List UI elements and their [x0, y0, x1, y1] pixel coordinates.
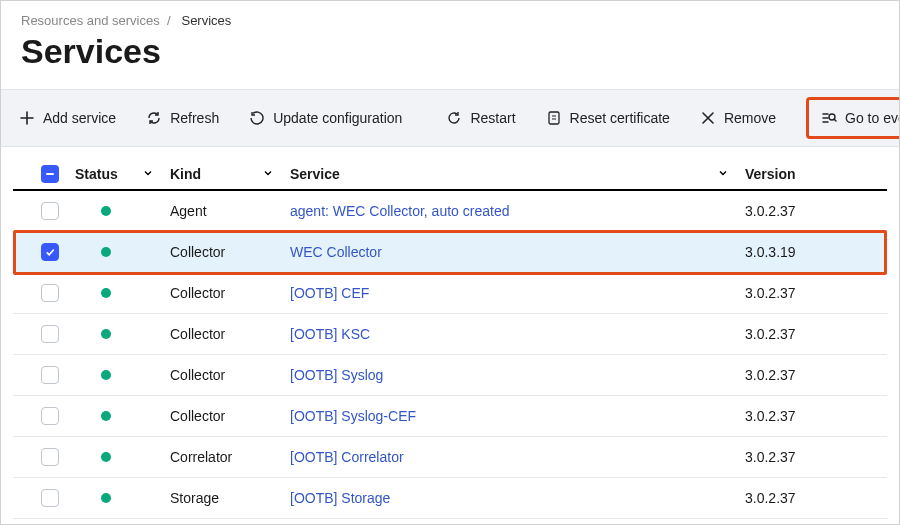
col-service[interactable]: Service	[290, 166, 340, 182]
cell-kind: Correlator	[162, 437, 282, 478]
service-link[interactable]: [OOTB] Syslog	[290, 367, 383, 383]
table-row[interactable]: CollectorWEC Collector3.0.3.19	[13, 232, 887, 273]
cell-kind: Collector	[162, 273, 282, 314]
update-config-label: Update configuration	[273, 110, 402, 126]
cell-version: 3.0.2.37	[737, 190, 887, 232]
update-icon	[249, 110, 265, 126]
table-row[interactable]: Correlator[OOTB] Correlator3.0.2.37	[13, 437, 887, 478]
table-row[interactable]: Storage[OOTB] Storage3.0.2.37	[13, 478, 887, 519]
restart-label: Restart	[470, 110, 515, 126]
service-link[interactable]: [OOTB] Storage	[290, 490, 390, 506]
service-link[interactable]: agent: WEC Collector, auto created	[290, 203, 509, 219]
service-link[interactable]: [OOTB] Correlator	[290, 449, 404, 465]
service-link[interactable]: [OOTB] Syslog-CEF	[290, 408, 416, 424]
status-indicator	[101, 370, 111, 380]
cell-version: 3.0.2.37	[737, 314, 887, 355]
close-icon	[700, 110, 716, 126]
cell-kind: Collector	[162, 396, 282, 437]
cell-version: 3.0.2.37	[737, 355, 887, 396]
breadcrumb-root[interactable]: Resources and services	[21, 13, 160, 28]
table-row[interactable]: Collector[OOTB] CEF3.0.2.37	[13, 273, 887, 314]
table-row[interactable]: Collector[OOTB] Syslog3.0.2.37	[13, 355, 887, 396]
update-config-button[interactable]: Update configuration	[239, 102, 412, 134]
cell-kind: Collector	[162, 355, 282, 396]
chevron-down-icon[interactable]	[142, 166, 154, 182]
breadcrumb-current: Services	[181, 13, 231, 28]
col-kind[interactable]: Kind	[170, 166, 201, 182]
certificate-icon	[546, 110, 562, 126]
cell-version: 3.0.2.37	[737, 478, 887, 519]
status-indicator	[101, 288, 111, 298]
cell-kind: Collector	[162, 232, 282, 273]
go-to-events-highlight: Go to events	[806, 97, 900, 139]
cell-kind: Agent	[162, 190, 282, 232]
table-row[interactable]: Collector[OOTB] KSC3.0.2.37	[13, 314, 887, 355]
select-all-checkbox[interactable]	[41, 165, 59, 183]
row-checkbox[interactable]	[41, 325, 59, 343]
plus-icon	[19, 110, 35, 126]
cell-version: 3.0.2.37	[737, 396, 887, 437]
table-row[interactable]: Collector[OOTB] Syslog-CEF3.0.2.37	[13, 396, 887, 437]
cell-version: 3.0.2.37	[737, 437, 887, 478]
row-checkbox[interactable]	[41, 284, 59, 302]
row-checkbox[interactable]	[41, 243, 59, 261]
status-indicator	[101, 247, 111, 257]
cell-kind: Collector	[162, 314, 282, 355]
row-checkbox[interactable]	[41, 366, 59, 384]
cell-version: 3.0.2.37	[737, 273, 887, 314]
callout-arrow	[1, 519, 900, 525]
status-indicator	[101, 329, 111, 339]
go-to-events-button[interactable]: Go to events	[815, 104, 900, 132]
go-to-events-label: Go to events	[845, 110, 900, 126]
remove-button[interactable]: Remove	[690, 102, 786, 134]
service-link[interactable]: [OOTB] KSC	[290, 326, 370, 342]
chevron-down-icon[interactable]	[717, 166, 729, 182]
restart-icon	[446, 110, 462, 126]
refresh-button[interactable]: Refresh	[136, 102, 229, 134]
services-table-wrap: Status Kind Service Version Agentagent: …	[1, 147, 899, 519]
reset-cert-button[interactable]: Reset certificate	[536, 102, 680, 134]
services-table: Status Kind Service Version Agentagent: …	[13, 157, 887, 519]
status-indicator	[101, 206, 111, 216]
cell-version: 3.0.3.19	[737, 232, 887, 273]
cell-kind: Storage	[162, 478, 282, 519]
chevron-down-icon[interactable]	[262, 166, 274, 182]
status-indicator	[101, 411, 111, 421]
toolbar: Add service Refresh Update configuration…	[1, 89, 899, 147]
svg-rect-0	[549, 112, 559, 124]
row-checkbox[interactable]	[41, 202, 59, 220]
service-link[interactable]: WEC Collector	[290, 244, 382, 260]
row-checkbox[interactable]	[41, 407, 59, 425]
page-title: Services	[1, 28, 899, 89]
service-link[interactable]: [OOTB] CEF	[290, 285, 369, 301]
row-checkbox[interactable]	[41, 448, 59, 466]
add-service-button[interactable]: Add service	[9, 102, 126, 134]
breadcrumb: Resources and services / Services	[1, 1, 899, 28]
events-icon	[821, 110, 837, 126]
remove-label: Remove	[724, 110, 776, 126]
refresh-icon	[146, 110, 162, 126]
col-status[interactable]: Status	[75, 166, 118, 182]
status-indicator	[101, 493, 111, 503]
table-row[interactable]: Agentagent: WEC Collector, auto created3…	[13, 190, 887, 232]
status-indicator	[101, 452, 111, 462]
col-version[interactable]: Version	[745, 166, 796, 182]
restart-button[interactable]: Restart	[436, 102, 525, 134]
row-checkbox[interactable]	[41, 489, 59, 507]
refresh-label: Refresh	[170, 110, 219, 126]
add-service-label: Add service	[43, 110, 116, 126]
reset-cert-label: Reset certificate	[570, 110, 670, 126]
